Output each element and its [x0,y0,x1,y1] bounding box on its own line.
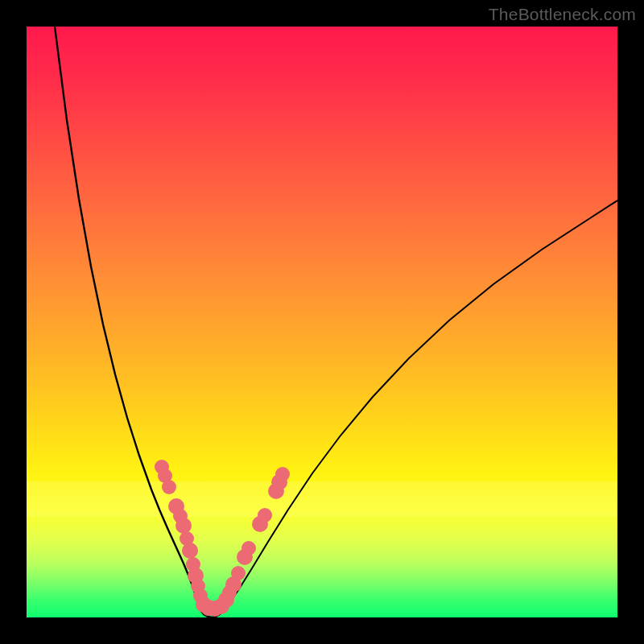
data-point [242,541,256,555]
curve-group [55,27,617,617]
chart-frame: TheBottleneck.com [0,0,644,644]
data-point [182,543,198,559]
data-point [162,480,176,494]
chart-plot-area [27,27,617,617]
chart-svg [27,27,617,617]
curve-right [224,200,617,610]
data-point [275,467,290,481]
watermark-text: TheBottleneck.com [489,5,636,24]
data-point [231,566,246,580]
data-point [175,518,192,534]
data-point [258,508,272,522]
